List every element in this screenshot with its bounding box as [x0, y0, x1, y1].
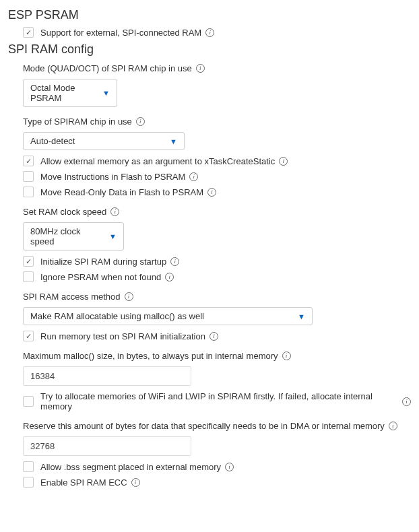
option-wifi-lwip: Try to allocate memories of WiFi and LWI…: [23, 391, 411, 411]
label-move-instructions: Move Instructions in Flash to PSRAM: [40, 172, 185, 182]
checkbox-support-external-ram[interactable]: [23, 27, 34, 38]
label-wifi-lwip: Try to allocate memories of WiFi and LWI…: [40, 391, 398, 411]
label-clock-text: Set RAM clock speed: [23, 207, 106, 217]
label-reserve-text: Reserve this amount of bytes for data th…: [23, 421, 385, 431]
option-init-startup: Initialize SPI RAM during startup i: [23, 256, 411, 267]
info-icon[interactable]: i: [196, 64, 205, 73]
select-access-value: Make RAM allocatable using malloc() as w…: [30, 311, 204, 321]
label-support-external-ram: Support for external, SPI-connected RAM: [40, 28, 201, 38]
select-clock-value: 80MHz clock speed: [30, 226, 100, 246]
info-icon[interactable]: i: [136, 117, 145, 126]
info-icon[interactable]: i: [210, 332, 218, 341]
input-max-malloc[interactable]: 16384: [23, 366, 191, 386]
label-access: SPI RAM access method i: [8, 292, 411, 302]
checkbox-ignore-psram[interactable]: [23, 271, 34, 282]
checkbox-bss[interactable]: [23, 461, 34, 472]
info-icon[interactable]: i: [282, 352, 291, 360]
chevron-down-icon: ▼: [102, 89, 110, 97]
option-bss: Allow .bss segment placed in external me…: [23, 461, 411, 472]
label-ecc: Enable SPI RAM ECC: [40, 477, 127, 488]
select-type[interactable]: Auto-detect ▼: [23, 132, 185, 150]
chevron-down-icon: ▼: [109, 232, 117, 240]
label-reserve: Reserve this amount of bytes for data th…: [8, 421, 411, 431]
label-ignore-psram: Ignore PSRAM when not found: [40, 272, 161, 282]
select-type-value: Auto-detect: [30, 136, 75, 146]
label-allow-external-memory: Allow external memory as an argument to …: [40, 156, 275, 166]
label-init-startup: Initialize SPI RAM during startup: [40, 257, 166, 267]
option-move-readonly: Move Read-Only Data in Flash to PSRAM i: [23, 187, 411, 197]
section-header-spi-ram-config: SPI RAM config: [8, 42, 411, 57]
checkbox-move-instructions[interactable]: [23, 171, 34, 182]
label-type-text: Type of SPIRAM chip in use: [23, 117, 132, 127]
info-icon[interactable]: i: [205, 28, 214, 37]
label-clock: Set RAM clock speed i: [8, 207, 411, 217]
label-move-readonly: Move Read-Only Data in Flash to PSRAM: [40, 187, 203, 197]
label-bss: Allow .bss segment placed in external me…: [40, 462, 221, 472]
option-ecc: Enable SPI RAM ECC i: [23, 477, 411, 488]
option-support-external-ram: Support for external, SPI-connected RAM …: [23, 27, 411, 38]
info-icon[interactable]: i: [189, 172, 198, 181]
label-mode: Mode (QUAD/OCT) of SPI RAM chip in use i: [8, 63, 411, 73]
checkbox-move-readonly[interactable]: [23, 187, 34, 197]
info-icon[interactable]: i: [170, 257, 179, 266]
checkbox-init-startup[interactable]: [23, 256, 34, 267]
option-move-instructions: Move Instructions in Flash to PSRAM i: [23, 171, 411, 182]
info-icon[interactable]: i: [125, 292, 133, 301]
checkbox-ecc[interactable]: [23, 477, 34, 488]
label-memory-test: Run memory test on SPI RAM initializatio…: [40, 331, 205, 341]
select-clock[interactable]: 80MHz clock speed ▼: [23, 222, 124, 251]
select-access[interactable]: Make RAM allocatable using malloc() as w…: [23, 307, 313, 325]
info-icon[interactable]: i: [389, 422, 397, 430]
info-icon[interactable]: i: [131, 478, 140, 487]
chevron-down-icon: ▼: [298, 312, 305, 321]
option-memory-test: Run memory test on SPI RAM initializatio…: [23, 331, 411, 341]
info-icon[interactable]: i: [225, 463, 234, 471]
select-mode[interactable]: Octal Mode PSRAM ▼: [23, 79, 117, 107]
checkbox-wifi-lwip[interactable]: [23, 396, 34, 407]
input-reserve[interactable]: 32768: [23, 436, 191, 456]
option-ignore-psram: Ignore PSRAM when not found i: [23, 271, 411, 282]
label-max-malloc-text: Maximum malloc() size, in bytes, to alwa…: [23, 351, 278, 361]
label-max-malloc: Maximum malloc() size, in bytes, to alwa…: [8, 351, 411, 361]
info-icon[interactable]: i: [279, 157, 288, 166]
section-header-esp-psram: ESP PSRAM: [8, 8, 411, 22]
info-icon[interactable]: i: [110, 207, 119, 216]
select-mode-value: Octal Mode PSRAM: [30, 83, 93, 103]
label-type: Type of SPIRAM chip in use i: [8, 117, 411, 127]
option-allow-external-memory: Allow external memory as an argument to …: [23, 156, 411, 166]
chevron-down-icon: ▼: [170, 137, 177, 145]
label-mode-text: Mode (QUAD/OCT) of SPI RAM chip in use: [23, 63, 192, 73]
checkbox-allow-external-memory[interactable]: [23, 156, 34, 166]
checkbox-memory-test[interactable]: [23, 331, 34, 341]
info-icon[interactable]: i: [207, 188, 216, 197]
label-access-text: SPI RAM access method: [23, 292, 121, 302]
info-icon[interactable]: i: [165, 273, 174, 281]
info-icon[interactable]: i: [402, 397, 411, 406]
